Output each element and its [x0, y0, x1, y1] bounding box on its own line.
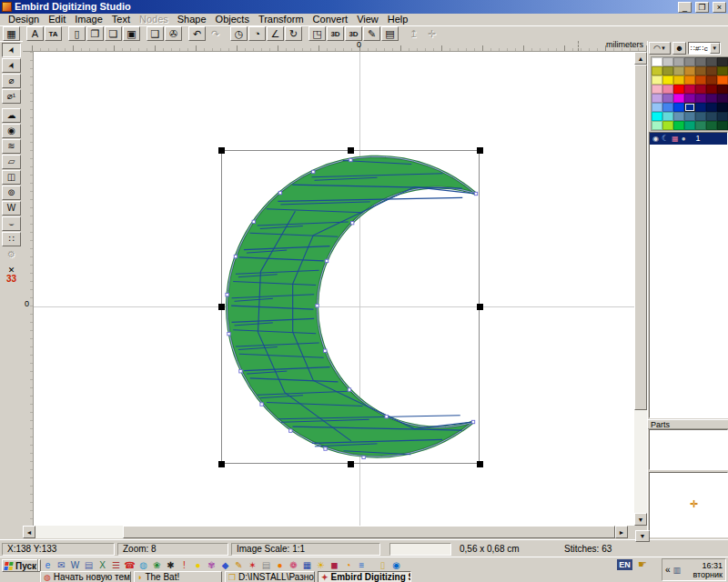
palette-color[interactable] — [717, 57, 728, 66]
quicklaunch-word-icon[interactable]: W — [68, 559, 82, 571]
menu-objects[interactable]: Objects — [211, 14, 254, 25]
quicklaunch-grid-icon[interactable]: ▦ — [300, 559, 314, 571]
menu-edit[interactable]: Edit — [44, 14, 70, 25]
selection-handle-top-mid[interactable] — [348, 147, 354, 154]
taskbar-task-2[interactable]: ◗The Bat! — [134, 571, 222, 582]
menu-help[interactable]: Help — [383, 14, 413, 25]
palette-color[interactable] — [706, 75, 717, 85]
quicklaunch-bag-icon[interactable]: ◼ — [328, 559, 341, 571]
palette-color[interactable] — [662, 75, 673, 85]
angle-measure-button[interactable]: ∠ — [267, 26, 284, 41]
visibility-eye-icon[interactable]: ◉ — [652, 135, 659, 143]
minimize-button[interactable]: _ — [678, 2, 692, 13]
menu-design[interactable]: Design — [4, 14, 44, 25]
palette-color[interactable] — [652, 94, 662, 103]
palette-color[interactable] — [684, 57, 695, 66]
preview-dropdown-button[interactable]: ▼ — [635, 530, 650, 542]
quicklaunch-internet-explorer-icon[interactable]: e — [41, 559, 55, 571]
quicklaunch-duck-icon[interactable]: ● — [191, 559, 205, 571]
quicklaunch-library-icon[interactable]: ☰ — [109, 559, 123, 571]
palette-color[interactable] — [695, 103, 706, 112]
palette-color[interactable] — [695, 121, 706, 130]
vertical-scroll-thumb[interactable] — [634, 65, 647, 410]
lettering-button[interactable]: A — [26, 26, 44, 41]
scroll-down-arrow[interactable]: ▼ — [634, 513, 647, 526]
palette-color[interactable] — [673, 94, 684, 103]
palette-color[interactable] — [673, 121, 684, 130]
palette-color[interactable] — [662, 57, 673, 66]
selection-handle-bottom-right[interactable] — [477, 461, 483, 467]
menu-shape[interactable]: Shape — [173, 14, 211, 25]
palette-color[interactable] — [662, 94, 673, 103]
quicklaunch-clock-icon[interactable]: ◔ — [341, 559, 355, 571]
palette-color[interactable] — [673, 66, 684, 75]
quicklaunch-wordpad-icon[interactable]: ▤ — [82, 559, 96, 571]
freehand-button[interactable]: ✎ — [363, 26, 380, 41]
palette-color[interactable] — [673, 57, 684, 66]
motif-lines-tool[interactable]: ≋ — [2, 139, 21, 154]
rotate-button[interactable]: ↻ — [285, 26, 302, 41]
palette-color[interactable] — [706, 103, 717, 112]
image-button[interactable]: ▤ — [381, 26, 399, 41]
palette-color[interactable] — [717, 66, 728, 75]
menu-transform[interactable]: Transform — [254, 14, 308, 25]
palette-color[interactable] — [695, 94, 706, 103]
palette-color[interactable] — [717, 112, 728, 121]
arc-tool[interactable]: ⌣ — [2, 216, 21, 231]
close-button[interactable]: × — [713, 2, 726, 13]
border-tool[interactable]: ◫ — [2, 170, 21, 185]
palette-color[interactable] — [717, 94, 728, 103]
palette-color[interactable] — [695, 75, 706, 85]
save-design-button[interactable]: ▣ — [123, 26, 140, 41]
selection-handle-mid-left[interactable] — [218, 304, 225, 310]
palette-color[interactable] — [652, 66, 662, 75]
undo-button[interactable]: ↶ — [188, 26, 206, 41]
import-design-button[interactable]: ❏ — [105, 26, 122, 41]
envelope-shape-button[interactable]: ◠▼ — [649, 42, 671, 55]
palette-color[interactable] — [684, 75, 695, 85]
quicklaunch-flower-icon[interactable]: ❁ — [287, 559, 300, 571]
compass-button[interactable]: ◷ — [230, 26, 248, 41]
palette-color[interactable] — [695, 112, 706, 121]
settings-3d-button[interactable]: 3D — [345, 26, 362, 41]
palette-color[interactable] — [662, 112, 673, 121]
tray-network-icon[interactable]: ▥ — [673, 566, 682, 575]
palette-color[interactable] — [652, 57, 662, 66]
sewing-head-button[interactable]: ☻ — [672, 42, 686, 55]
quicklaunch-gem-icon[interactable]: ◆ — [218, 559, 232, 571]
zoom-actual-tool[interactable]: ⌀¹ — [2, 89, 21, 104]
palette-color[interactable] — [652, 75, 662, 85]
palette-color[interactable] — [706, 94, 717, 103]
quicklaunch-plant-icon[interactable]: ❀ — [150, 559, 164, 571]
palette-color[interactable] — [684, 94, 695, 103]
menu-image[interactable]: Image — [70, 14, 107, 25]
select-tool[interactable]: ➤ — [2, 43, 21, 57]
quicklaunch-alert-icon[interactable]: ! — [177, 559, 191, 571]
scroll-left-arrow[interactable]: ◄ — [23, 526, 35, 538]
selection-handle-mid-right[interactable] — [477, 304, 483, 310]
copy-button[interactable]: ❑ — [147, 26, 164, 41]
manual-stitch-tool[interactable]: ∷ — [2, 232, 21, 246]
quicklaunch-fireball-icon[interactable]: ● — [273, 559, 287, 571]
palette-color[interactable] — [684, 112, 695, 121]
palette-color[interactable] — [717, 103, 728, 112]
node-edit-tool[interactable]: ➤ — [2, 58, 21, 73]
horizontal-scroll-thumb[interactable] — [123, 526, 615, 538]
quicklaunch-notes-icon[interactable]: ▤ — [259, 559, 273, 571]
start-button[interactable]: Пуск — [2, 559, 41, 572]
palette-color[interactable] — [684, 85, 695, 94]
restore-button[interactable]: ❐ — [695, 2, 709, 13]
quicklaunch-star-icon[interactable]: ✶ — [246, 559, 259, 571]
palette-color[interactable] — [706, 66, 717, 75]
text-editor-button[interactable]: TA — [45, 26, 62, 41]
menu-convert[interactable]: Convert — [308, 14, 353, 25]
taskbar-task-3[interactable]: ❐D:\INSTALL\Разное\Embird — [225, 571, 315, 582]
palette-color[interactable] — [652, 85, 662, 94]
palette-color[interactable] — [673, 112, 684, 121]
quicklaunch-mail-icon[interactable]: ✉ — [55, 559, 68, 571]
view-3d-button[interactable]: 3D — [327, 26, 344, 41]
language-indicator[interactable]: EN — [617, 559, 632, 570]
palette-color[interactable] — [673, 103, 684, 112]
palette-color[interactable] — [684, 121, 695, 130]
palette-color[interactable] — [673, 85, 684, 94]
